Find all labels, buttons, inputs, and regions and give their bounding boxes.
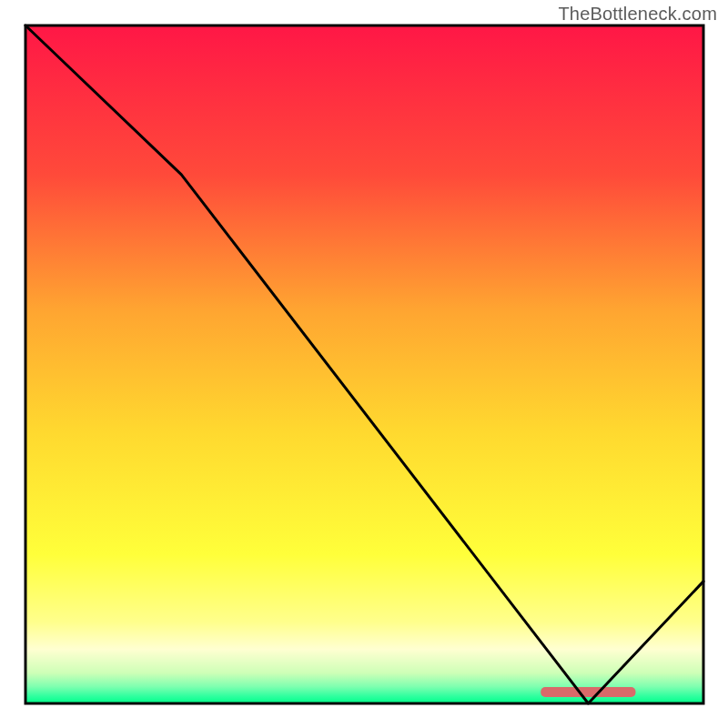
bottleneck-chart — [0, 0, 728, 728]
chart-container: TheBottleneck.com — [0, 0, 728, 728]
plot-background — [25, 25, 703, 703]
optimal-band-marker — [541, 687, 635, 697]
watermark-label: TheBottleneck.com — [558, 4, 717, 25]
